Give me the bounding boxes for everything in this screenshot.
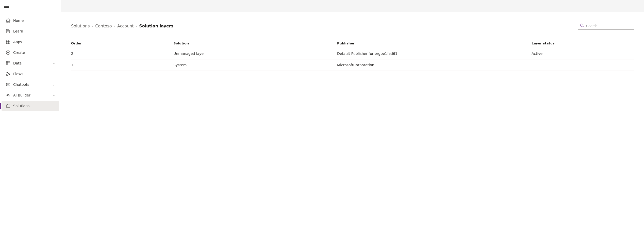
cell-solution-1: Unmanaged layer	[173, 48, 337, 59]
solutions-icon	[6, 103, 11, 108]
sidebar-item-solutions-label: Solutions	[13, 104, 55, 108]
table-row: 1 System MicrosoftCorporation	[71, 59, 634, 71]
svg-rect-9	[6, 61, 10, 65]
svg-rect-1	[4, 7, 9, 8]
sidebar-item-solutions[interactable]: Solutions	[2, 101, 59, 111]
chatbots-icon	[6, 82, 11, 87]
svg-point-12	[6, 75, 8, 76]
content-area: Solutions › Contoso › Account › Solution…	[61, 12, 644, 229]
svg-rect-4	[6, 40, 8, 42]
breadcrumb-account[interactable]: Account	[117, 24, 134, 28]
svg-rect-7	[8, 42, 10, 44]
breadcrumb-sep-1: ›	[92, 24, 93, 28]
cell-order-1: 2	[71, 48, 173, 59]
sidebar-item-apps-label: Apps	[13, 40, 55, 44]
col-header-layer-status: Layer status	[532, 39, 634, 48]
sidebar-item-data-label: Data	[13, 61, 50, 65]
svg-rect-13	[6, 83, 10, 86]
svg-rect-5	[8, 40, 10, 42]
sidebar-item-data[interactable]: Data ⌄	[2, 58, 59, 68]
ai-builder-chevron-icon: ⌄	[53, 93, 55, 97]
plus-icon	[6, 50, 11, 55]
col-header-solution: Solution	[173, 39, 337, 48]
chatbots-chevron-icon: ⌄	[53, 83, 55, 86]
breadcrumb-sep-3: ›	[136, 24, 137, 28]
search-box[interactable]	[578, 22, 634, 30]
flows-icon	[6, 71, 11, 76]
sidebar-item-create[interactable]: Create	[2, 47, 59, 58]
hamburger-button[interactable]	[0, 2, 61, 15]
cell-order-2: 1	[71, 59, 173, 71]
sidebar-item-learn-label: Learn	[13, 29, 55, 33]
svg-rect-2	[4, 9, 9, 9]
sidebar-item-apps[interactable]: Apps	[2, 37, 59, 47]
top-bar	[61, 0, 644, 12]
sidebar-item-ai-builder-label: AI Builder	[13, 93, 50, 97]
sidebar-item-create-label: Create	[13, 51, 55, 55]
sidebar-item-home[interactable]: Home	[2, 15, 59, 26]
svg-point-11	[9, 73, 10, 75]
solution-layers-table: Order Solution Publisher Layer status 2 …	[71, 39, 634, 71]
sidebar: Home Learn Apps	[0, 0, 61, 229]
sidebar-item-home-label: Home	[13, 19, 55, 23]
table-header: Order Solution Publisher Layer status	[71, 39, 634, 48]
main-content: Solutions › Contoso › Account › Solution…	[61, 0, 644, 229]
breadcrumb-sep-2: ›	[114, 24, 115, 28]
cell-publisher-2: MicrosoftCorporation	[337, 59, 532, 71]
breadcrumb-current: Solution layers	[139, 24, 173, 28]
sidebar-item-flows[interactable]: Flows	[2, 69, 59, 79]
cell-status-1: Active	[532, 48, 634, 59]
sidebar-item-chatbots[interactable]: Chatbots ⌄	[2, 79, 59, 90]
apps-icon	[6, 39, 11, 44]
cell-solution-2: System	[173, 59, 337, 71]
breadcrumb-row: Solutions › Contoso › Account › Solution…	[71, 22, 634, 30]
sidebar-item-flows-label: Flows	[13, 72, 55, 76]
breadcrumb: Solutions › Contoso › Account › Solution…	[71, 24, 173, 28]
book-icon	[6, 29, 11, 34]
data-chevron-icon: ⌄	[53, 61, 55, 65]
svg-rect-6	[6, 42, 8, 44]
breadcrumb-solutions[interactable]: Solutions	[71, 24, 90, 28]
col-header-publisher: Publisher	[337, 39, 532, 48]
svg-point-10	[6, 72, 8, 73]
svg-rect-0	[4, 6, 9, 7]
table-body: 2 Unmanaged layer Default Publisher for …	[71, 48, 634, 71]
table-row: 2 Unmanaged layer Default Publisher for …	[71, 48, 634, 59]
svg-point-14	[7, 94, 9, 96]
col-header-order: Order	[71, 39, 173, 48]
ai-icon	[6, 93, 11, 98]
sidebar-item-learn[interactable]: Learn	[2, 26, 59, 36]
cell-publisher-1: Default Publisher for orgbe1fed61	[337, 48, 532, 59]
sidebar-item-chatbots-label: Chatbots	[13, 83, 50, 87]
search-input[interactable]	[586, 24, 627, 28]
home-icon	[6, 18, 11, 23]
cell-status-2	[532, 59, 634, 71]
breadcrumb-contoso[interactable]: Contoso	[95, 24, 112, 28]
sidebar-item-ai-builder[interactable]: AI Builder ⌄	[2, 90, 59, 100]
table-icon	[6, 61, 11, 66]
search-icon	[580, 23, 584, 28]
